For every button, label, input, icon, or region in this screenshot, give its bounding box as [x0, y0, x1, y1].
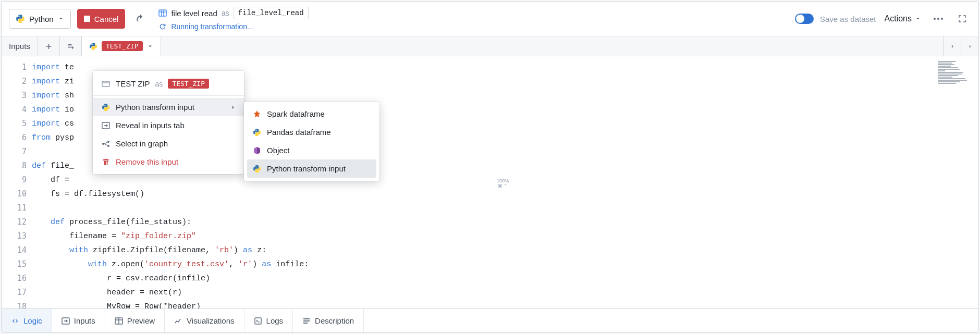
- tab-logic[interactable]: Logic: [2, 309, 52, 332]
- language-label: Python: [29, 15, 54, 23]
- breadcrumb-title: file level read: [171, 9, 217, 18]
- cube-icon: [252, 146, 262, 155]
- tab-preview[interactable]: Preview: [105, 309, 165, 332]
- tab-prev-button[interactable]: [943, 36, 961, 56]
- tab-inputs[interactable]: Inputs: [52, 309, 105, 332]
- running-text: Running transformation...: [171, 22, 253, 31]
- menu-select-graph[interactable]: Select in graph: [93, 134, 244, 153]
- python-icon: [252, 128, 262, 137]
- tab-logic-label: Logic: [23, 316, 42, 325]
- dataset-icon: [101, 80, 111, 88]
- submenu-label: Pandas dataframe: [267, 128, 331, 137]
- cancel-button[interactable]: Cancel: [77, 9, 126, 29]
- context-header: TEST ZIP as TEST_ZIP: [93, 74, 244, 93]
- svg-point-7: [941, 18, 943, 20]
- more-button[interactable]: [929, 10, 947, 28]
- menu-reveal-inputs[interactable]: Reveal in inputs tab: [93, 116, 244, 134]
- context-header-badge: TEST_ZIP: [168, 79, 209, 89]
- inputs-label-cell: Inputs: [2, 36, 38, 56]
- tab-test-zip[interactable]: TEST_ZIP: [82, 36, 161, 56]
- submenu-label: Python transform input: [267, 164, 346, 173]
- description-icon: [302, 317, 311, 325]
- submenu-label: Spark dataframe: [267, 109, 325, 118]
- logs-icon: [254, 317, 262, 325]
- transform-input-submenu: Spark dataframe Pandas dataframe Object …: [244, 102, 379, 181]
- trash-icon: [101, 158, 111, 166]
- svg-point-6: [937, 18, 939, 20]
- breadcrumb-block: file level read as file_level_read Runni…: [158, 7, 308, 31]
- actions-menu[interactable]: Actions: [883, 11, 923, 27]
- zoom-hint: 100% ⌘ ⌃: [497, 179, 509, 189]
- actions-label: Actions: [885, 14, 912, 23]
- inputs-label: Inputs: [9, 42, 30, 51]
- tab-description-label: Description: [315, 316, 354, 325]
- menu-item-label: Select in graph: [116, 139, 168, 148]
- menu-item-label: Reveal in inputs tab: [116, 121, 185, 130]
- save-toggle[interactable]: [795, 14, 814, 24]
- undo-button[interactable]: [131, 10, 149, 28]
- chart-icon: [174, 317, 182, 325]
- breadcrumb-code: file_level_read: [234, 7, 309, 19]
- chevron-down-icon: [915, 16, 921, 22]
- top-toolbar: Python Cancel file level read as file_le…: [2, 2, 978, 36]
- code-icon: [11, 317, 19, 325]
- svg-rect-13: [102, 81, 109, 86]
- reveal-icon: [101, 121, 111, 130]
- python-icon: [16, 14, 25, 23]
- spark-icon: [252, 110, 262, 118]
- as-label: as: [155, 80, 163, 88]
- save-as-dataset-label: Save as dataset: [820, 15, 876, 23]
- chevron-down-icon: [58, 16, 64, 22]
- menu-remove-input[interactable]: Remove this input: [93, 153, 244, 171]
- inputs-tabstrip: Inputs TEST_ZIP: [2, 36, 978, 56]
- stop-icon: [84, 16, 90, 22]
- svg-rect-0: [84, 16, 90, 22]
- chevron-down-icon: [147, 43, 153, 50]
- submenu-object[interactable]: Object: [244, 141, 379, 159]
- menu-python-transform-input[interactable]: Python transform input: [93, 98, 244, 116]
- chevron-right-icon: [230, 105, 236, 110]
- tab-preview-label: Preview: [127, 316, 155, 325]
- cancel-label: Cancel: [94, 15, 119, 23]
- svg-point-18: [107, 145, 109, 147]
- tab-badge: TEST_ZIP: [102, 41, 143, 51]
- python-icon: [89, 42, 97, 51]
- submenu-pandas-dataframe[interactable]: Pandas dataframe: [244, 123, 379, 141]
- python-icon: [101, 103, 111, 112]
- fullscreen-button[interactable]: [953, 10, 971, 28]
- submenu-spark-dataframe[interactable]: Spark dataframe: [244, 105, 379, 123]
- svg-rect-1: [159, 10, 166, 16]
- table-icon: [158, 9, 167, 17]
- refresh-icon: [158, 22, 167, 31]
- add-input-button[interactable]: [38, 36, 60, 56]
- submenu-label: Object: [267, 146, 289, 155]
- tab-visualizations[interactable]: Visualizations: [165, 309, 244, 332]
- tab-logs[interactable]: Logs: [244, 309, 293, 332]
- svg-point-5: [934, 18, 936, 20]
- line-gutter: 123456789101112131415161718: [2, 56, 32, 308]
- table-icon: [115, 317, 123, 325]
- tab-inputs-label: Inputs: [74, 316, 95, 325]
- running-status: Running transformation...: [158, 22, 308, 31]
- bottom-toolbar: Logic Inputs Preview Visualizations Logs: [2, 308, 978, 332]
- graph-icon: [101, 140, 111, 148]
- svg-point-17: [107, 141, 109, 143]
- submenu-python-transform-input[interactable]: Python transform input: [247, 159, 376, 178]
- tab-visualizations-label: Visualizations: [187, 316, 234, 325]
- context-header-text: TEST ZIP: [116, 79, 150, 88]
- tab-next-button[interactable]: [961, 36, 978, 56]
- inputs-icon: [62, 317, 70, 325]
- as-label: as: [222, 9, 229, 17]
- svg-point-16: [102, 143, 104, 145]
- menu-item-label: Python transform input: [116, 103, 194, 112]
- input-context-menu: TEST ZIP as TEST_ZIP Python transform in…: [93, 71, 244, 174]
- python-icon: [252, 165, 262, 173]
- menu-item-label: Remove this input: [116, 157, 178, 166]
- tab-description[interactable]: Description: [293, 309, 364, 332]
- tab-logs-label: Logs: [266, 316, 284, 325]
- add-input-list-button[interactable]: [60, 36, 82, 56]
- language-selector[interactable]: Python: [9, 9, 71, 29]
